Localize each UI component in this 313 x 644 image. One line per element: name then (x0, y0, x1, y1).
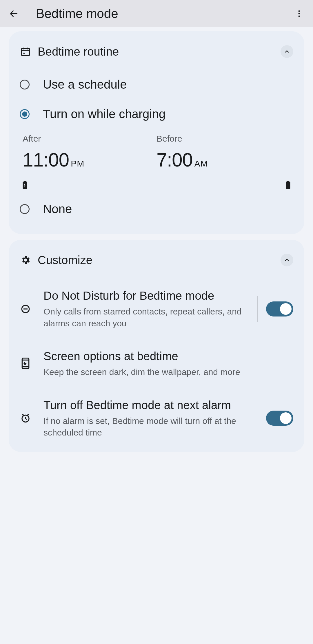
svg-point-7 (23, 53, 25, 54)
back-button[interactable] (6, 6, 22, 22)
after-time-ampm: PM (71, 159, 84, 169)
screen-options-desc: Keep the screen dark, dim the wallpaper,… (43, 366, 290, 378)
divider (257, 296, 258, 322)
dnd-icon (20, 304, 31, 314)
turn-off-alarm-switch[interactable] (266, 411, 293, 426)
dnd-row[interactable]: Do Not Disturb for Bedtime mode Only cal… (20, 279, 293, 339)
after-time-value: 11:00 (23, 149, 69, 171)
more-vert-icon (295, 9, 303, 18)
svg-rect-3 (22, 49, 30, 56)
turn-off-alarm-row[interactable]: Turn off Bedtime mode at next alarm If n… (20, 388, 293, 442)
arrow-back-icon (9, 8, 19, 19)
screen-options-row[interactable]: Screen options at bedtime Keep the scree… (20, 339, 293, 388)
radio-label: None (43, 202, 72, 216)
bedtime-routine-card: Bedtime routine Use a schedule Turn on w… (9, 31, 304, 234)
radio-label: Use a schedule (43, 78, 127, 92)
collapse-routine-button[interactable] (281, 45, 293, 58)
radio-use-schedule[interactable]: Use a schedule (20, 71, 293, 98)
dnd-title: Do Not Disturb for Bedtime mode (43, 288, 249, 303)
more-menu-button[interactable] (291, 6, 307, 22)
bedtime-routine-label: Bedtime routine (38, 45, 281, 58)
customize-header[interactable]: Customize (20, 250, 293, 270)
svg-rect-9 (24, 181, 26, 182)
svg-point-2 (299, 15, 300, 17)
charging-time-bar (20, 181, 293, 189)
dnd-switch[interactable] (266, 301, 293, 316)
after-label: After (23, 134, 156, 144)
radio-label: Turn on while charging (43, 107, 165, 121)
radio-none[interactable]: None (20, 195, 293, 223)
before-time-value: 7:00 (156, 149, 192, 171)
bedtime-routine-header[interactable]: Bedtime routine (20, 41, 293, 62)
alarm-clock-icon (20, 413, 31, 423)
collapse-customize-button[interactable] (281, 254, 293, 266)
dnd-desc: Only calls from starred contacts, repeat… (43, 306, 249, 329)
after-time[interactable]: After 11:00 PM (23, 134, 156, 171)
radio-icon-selected (20, 109, 30, 119)
before-time[interactable]: Before 7:00 AM (156, 134, 290, 171)
battery-full-icon (285, 181, 291, 189)
turn-off-alarm-desc: If no alarm is set, Bedtime mode will tu… (43, 415, 263, 439)
battery-charging-icon (22, 181, 28, 189)
content: Bedtime routine Use a schedule Turn on w… (0, 27, 313, 452)
chevron-up-icon (283, 48, 290, 55)
customize-label: Customize (38, 254, 281, 267)
phone-screen-icon (20, 358, 31, 369)
screen-options-title: Screen options at bedtime (43, 349, 290, 363)
chevron-up-icon (283, 257, 290, 264)
before-label: Before (156, 134, 290, 144)
slider-track[interactable] (34, 185, 279, 185)
appbar: Bedtime mode (0, 0, 313, 27)
radio-turn-on-while-charging[interactable]: Turn on while charging (20, 100, 293, 128)
svg-point-1 (299, 13, 300, 14)
svg-point-0 (299, 10, 300, 12)
calendar-icon (20, 46, 31, 57)
customize-card: Customize Do Not Disturb for Bedtime mod… (9, 240, 304, 452)
page-title: Bedtime mode (36, 6, 291, 21)
time-range: After 11:00 PM Before 7:00 AM (20, 134, 293, 171)
turn-off-alarm-title: Turn off Bedtime mode at next alarm (43, 398, 263, 412)
svg-rect-11 (287, 181, 289, 182)
svg-rect-10 (286, 182, 290, 189)
gear-icon (20, 255, 31, 265)
radio-icon (20, 80, 30, 89)
before-time-ampm: AM (194, 159, 208, 169)
radio-icon (20, 204, 30, 214)
